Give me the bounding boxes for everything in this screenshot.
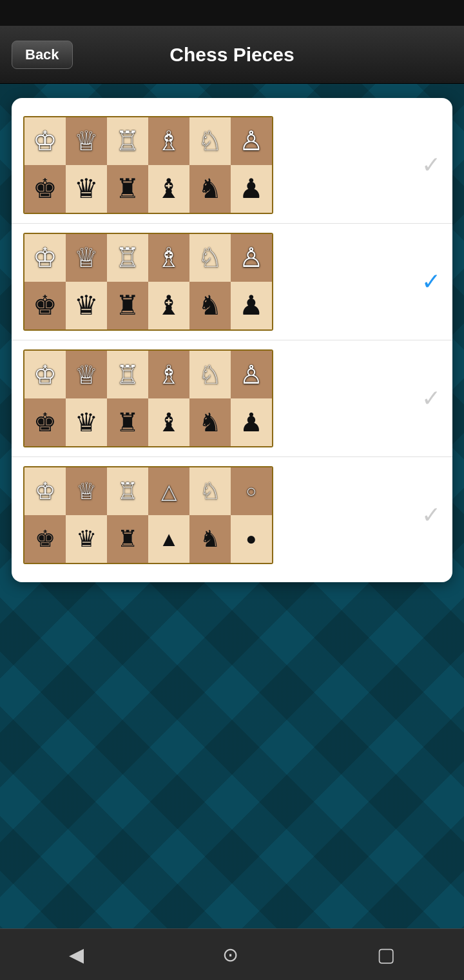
nav-home-button[interactable]: ⊙ bbox=[203, 936, 258, 974]
board-cell: ♗ bbox=[148, 117, 189, 165]
board-cell: ♛ bbox=[66, 165, 107, 213]
piece-set-row-3[interactable]: ♔ ♕ ♖ ♗ ♘ ♙ ♚ ♛ ♜ ♝ ♞ ♟ ✓ bbox=[12, 340, 452, 457]
board-cell: ♛ bbox=[66, 282, 107, 329]
board-cell: ♘ bbox=[189, 467, 231, 515]
bottom-nav: ◀ ⊙ ▢ bbox=[0, 928, 464, 980]
board-cell: ♞ bbox=[189, 398, 231, 446]
board-cell: ♝ bbox=[148, 165, 189, 213]
back-button[interactable]: Back bbox=[12, 41, 73, 69]
nav-recent-button[interactable]: ▢ bbox=[358, 936, 414, 974]
board-cell: ♛ bbox=[66, 398, 107, 446]
board-cell: ♕ bbox=[66, 117, 107, 165]
board-cell: ♗ bbox=[148, 234, 189, 282]
board-cell: ♖ bbox=[107, 467, 148, 515]
selection-checkmark-4: ✓ bbox=[410, 502, 441, 529]
board-cell: ♖ bbox=[107, 117, 148, 165]
selection-checkmark-3: ✓ bbox=[410, 385, 441, 412]
board-cell: △ bbox=[148, 467, 189, 515]
board-cell: ● bbox=[231, 515, 272, 563]
selection-checkmark-2: ✓ bbox=[410, 268, 441, 295]
board-cell: ♙ bbox=[231, 117, 272, 165]
board-cell: ♟ bbox=[231, 282, 272, 329]
board-cell: ♝ bbox=[148, 282, 189, 329]
board-cell: ♛ bbox=[66, 515, 107, 563]
selection-checkmark-1: ✓ bbox=[410, 152, 441, 179]
board-cell: ♞ bbox=[189, 282, 231, 329]
board-cell: ♘ bbox=[189, 117, 231, 165]
board-cell: ♜ bbox=[107, 165, 148, 213]
board-cell: ♕ bbox=[66, 351, 107, 398]
board-cell: ♖ bbox=[107, 351, 148, 398]
board-cell: ♔ bbox=[24, 234, 66, 282]
board-cell: ♘ bbox=[189, 234, 231, 282]
board-cell: ♙ bbox=[231, 351, 272, 398]
board-cell: ♕ bbox=[66, 467, 107, 515]
piece-set-preview-4: ♔ ♕ ♖ △ ♘ ○ ♚ ♛ ♜ ▲ ♞ ● bbox=[23, 466, 273, 564]
board-cell: ♟ bbox=[231, 398, 272, 446]
board-cell: ♚ bbox=[24, 165, 66, 213]
board-cell: ♞ bbox=[189, 515, 231, 563]
header: Back Chess Pieces bbox=[0, 26, 464, 84]
board-cell: ♔ bbox=[24, 351, 66, 398]
board-cell: ♜ bbox=[107, 282, 148, 329]
piece-set-row-1[interactable]: ♔ ♕ ♖ ♗ ♘ ♙ ♚ ♛ ♜ ♝ ♞ ♟ ✓ bbox=[12, 107, 452, 224]
board-cell: ♟ bbox=[231, 165, 272, 213]
board-cell: ▲ bbox=[148, 515, 189, 563]
page-title: Chess Pieces bbox=[169, 44, 294, 66]
piece-set-row-4[interactable]: ♔ ♕ ♖ △ ♘ ○ ♚ ♛ ♜ ▲ ♞ ● ✓ bbox=[12, 457, 452, 573]
board-cell: ♘ bbox=[189, 351, 231, 398]
board-cell: ♜ bbox=[107, 398, 148, 446]
board-cell: ♖ bbox=[107, 234, 148, 282]
board-cell: ♚ bbox=[24, 398, 66, 446]
piece-sets-card: ♔ ♕ ♖ ♗ ♘ ♙ ♚ ♛ ♜ ♝ ♞ ♟ ✓ ♔ ♕ ♖ ♗ ♘ ♙ ♚ … bbox=[12, 98, 452, 582]
board-cell: ♜ bbox=[107, 515, 148, 563]
board-cell: ♙ bbox=[231, 234, 272, 282]
board-cell: ♗ bbox=[148, 351, 189, 398]
board-cell: ♝ bbox=[148, 398, 189, 446]
board-cell: ♞ bbox=[189, 165, 231, 213]
board-cell: ♚ bbox=[24, 282, 66, 329]
board-cell: ♔ bbox=[24, 117, 66, 165]
board-cell: ♚ bbox=[24, 515, 66, 563]
piece-set-row-2[interactable]: ♔ ♕ ♖ ♗ ♘ ♙ ♚ ♛ ♜ ♝ ♞ ♟ ✓ bbox=[12, 224, 452, 340]
piece-set-preview-3: ♔ ♕ ♖ ♗ ♘ ♙ ♚ ♛ ♜ ♝ ♞ ♟ bbox=[23, 349, 273, 447]
board-cell: ○ bbox=[231, 467, 272, 515]
nav-back-button[interactable]: ◀ bbox=[50, 936, 103, 974]
board-cell: ♔ bbox=[24, 467, 66, 515]
piece-set-preview-1: ♔ ♕ ♖ ♗ ♘ ♙ ♚ ♛ ♜ ♝ ♞ ♟ bbox=[23, 116, 273, 214]
status-bar bbox=[0, 0, 464, 26]
board-cell: ♕ bbox=[66, 234, 107, 282]
piece-set-preview-2: ♔ ♕ ♖ ♗ ♘ ♙ ♚ ♛ ♜ ♝ ♞ ♟ bbox=[23, 233, 273, 331]
